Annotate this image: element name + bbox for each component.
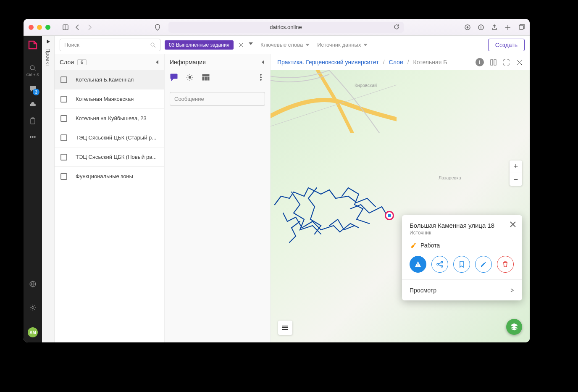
message-input[interactable]: Сообщение <box>170 92 265 106</box>
breadcrumb-layers-link[interactable]: Слои <box>389 59 403 66</box>
info-tab-settings[interactable] <box>186 73 194 83</box>
user-avatar[interactable]: АМ <box>28 327 38 337</box>
layer-item[interactable]: ТЭЦ Сясьский ЦБК (Новый ра... <box>55 147 164 167</box>
layers-panel: Слои 6 Котельная Б.Каменная Котельная Ма… <box>55 54 165 342</box>
back-icon[interactable] <box>74 24 81 31</box>
map-canvas[interactable]: Кировский Лазаревка <box>271 70 530 342</box>
info-icon[interactable] <box>478 24 484 31</box>
window-minimize-button[interactable] <box>37 25 42 30</box>
layer-item[interactable]: Котельная Маяковская <box>55 89 164 109</box>
layers-header: Слои 6 <box>55 54 164 70</box>
svg-point-47 <box>441 261 443 263</box>
svg-rect-37 <box>494 60 496 65</box>
info-tab-grid[interactable] <box>202 73 210 83</box>
svg-point-13 <box>30 137 32 138</box>
map-marker[interactable] <box>385 211 394 220</box>
layer-checkbox[interactable] <box>60 76 67 83</box>
action-bookmark-button[interactable] <box>453 256 470 273</box>
privacy-shield-icon[interactable] <box>154 24 161 31</box>
rail-settings[interactable] <box>24 304 42 311</box>
popup-title: Большая Каменная улица 18 <box>410 222 515 229</box>
app-logo-icon <box>28 40 38 50</box>
collapse-icon[interactable] <box>155 60 159 64</box>
svg-point-49 <box>441 266 443 267</box>
svg-rect-32 <box>208 77 209 80</box>
hammer-icon <box>410 242 417 249</box>
share-icon[interactable] <box>491 24 498 31</box>
compare-icon[interactable] <box>490 59 497 66</box>
layer-item[interactable]: Котельня на Куйбышева, 23 <box>55 109 164 128</box>
create-button[interactable]: Создать <box>488 39 525 51</box>
feature-popup: Большая Каменная улица 18 Источник Работ… <box>402 215 522 300</box>
popup-close-icon[interactable] <box>510 221 516 228</box>
map-menu-button[interactable] <box>278 321 292 335</box>
action-edit-button[interactable] <box>475 256 492 273</box>
popup-view-button[interactable]: Просмотр <box>402 279 522 300</box>
layer-item[interactable]: Котельная Б.Каменная <box>55 70 164 89</box>
search-placeholder: Поиск <box>64 42 150 48</box>
layer-checkbox[interactable] <box>60 154 67 160</box>
chevron-right-icon <box>510 288 515 293</box>
layer-checkbox[interactable] <box>60 115 67 122</box>
rail-chat[interactable]: 3 <box>24 85 42 93</box>
vtab-label: Проект <box>45 48 51 66</box>
close-icon[interactable] <box>516 59 523 66</box>
zoom-out-button[interactable]: − <box>510 173 522 186</box>
rail-cloud[interactable] <box>24 101 42 109</box>
url-bar[interactable]: datrics.online <box>168 22 404 33</box>
svg-marker-18 <box>47 40 50 43</box>
layer-checkbox[interactable] <box>60 96 67 103</box>
window-maximize-button[interactable] <box>45 25 50 30</box>
svg-rect-11 <box>31 118 35 124</box>
layers-count-badge: 6 <box>77 59 87 65</box>
popup-subtitle: Источник <box>410 230 515 236</box>
layers-fab[interactable] <box>506 319 522 335</box>
window-close-button[interactable] <box>29 25 34 30</box>
layer-checkbox[interactable] <box>60 134 67 141</box>
layer-label: Функциональные зоны <box>76 173 133 179</box>
map-label: Кировский <box>355 83 377 88</box>
new-tab-icon[interactable] <box>504 24 511 31</box>
map-info-icon[interactable]: i <box>476 58 484 66</box>
breadcrumb-current: Котельная Б <box>413 59 447 66</box>
forward-icon[interactable] <box>87 24 93 31</box>
browser-titlebar: datrics.online <box>24 19 530 36</box>
svg-marker-26 <box>156 60 158 64</box>
layer-item[interactable]: ТЭЦ Сясьский ЦБК (Старый р... <box>55 128 164 147</box>
chip-close-icon[interactable] <box>238 42 244 48</box>
layer-item[interactable]: Функциональные зоны <box>55 167 164 186</box>
chip-dropdown-icon[interactable] <box>249 42 253 48</box>
info-header: Информация <box>165 54 270 70</box>
action-share-button[interactable] <box>431 256 448 273</box>
chat-badge: 3 <box>33 89 39 95</box>
action-delete-button[interactable] <box>497 256 514 273</box>
layers-title: Слои <box>60 59 74 66</box>
rail-more[interactable] <box>24 133 42 141</box>
tabs-icon[interactable] <box>518 24 525 31</box>
svg-point-34 <box>260 77 262 78</box>
search-input[interactable]: Поиск <box>60 39 160 51</box>
svg-point-15 <box>34 137 36 138</box>
svg-point-14 <box>32 137 34 138</box>
vertical-project-tab[interactable]: Проект <box>42 36 55 342</box>
info-tab-chat[interactable] <box>170 73 178 83</box>
rail-clipboard[interactable] <box>24 117 42 125</box>
keywords-dropdown[interactable]: Ключевые слова <box>260 42 310 48</box>
layer-checkbox[interactable] <box>60 173 67 180</box>
task-chip[interactable]: 03 Выполненные задания <box>165 40 234 50</box>
zoom-in-button[interactable]: + <box>510 160 522 173</box>
action-warning-button[interactable] <box>410 256 426 273</box>
datasource-dropdown[interactable]: Источник данных <box>317 42 368 48</box>
breadcrumb-project-link[interactable]: Практика. Герценовский университет <box>277 59 379 66</box>
breadcrumb: Практика. Герценовский университет / Сло… <box>271 54 530 70</box>
reload-icon[interactable] <box>394 24 400 31</box>
rail-globe[interactable] <box>24 280 42 288</box>
svg-point-19 <box>151 43 154 46</box>
sidebar-toggle-icon[interactable] <box>62 24 69 31</box>
svg-marker-27 <box>262 60 264 64</box>
fullscreen-icon[interactable] <box>503 59 510 66</box>
downloads-icon[interactable] <box>464 24 471 31</box>
info-tab-more[interactable] <box>257 73 265 83</box>
rail-search[interactable]: Ctrl + S <box>24 64 42 77</box>
collapse-icon[interactable] <box>261 60 265 64</box>
